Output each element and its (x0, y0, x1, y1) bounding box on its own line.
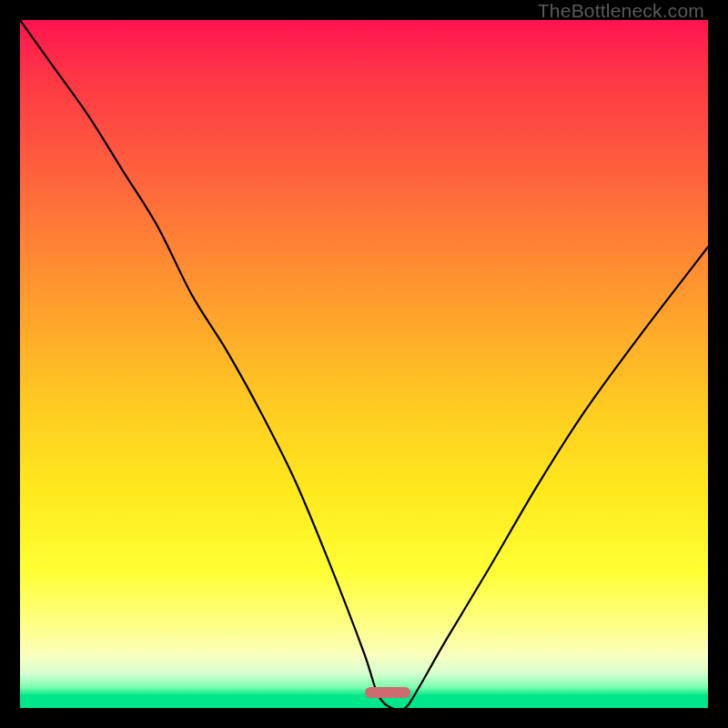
bottleneck-curve (20, 20, 708, 708)
watermark-text: TheBottleneck.com (538, 0, 704, 22)
curve-path (20, 20, 708, 708)
gradient-plot-area (20, 20, 708, 708)
optimal-marker (365, 687, 410, 698)
